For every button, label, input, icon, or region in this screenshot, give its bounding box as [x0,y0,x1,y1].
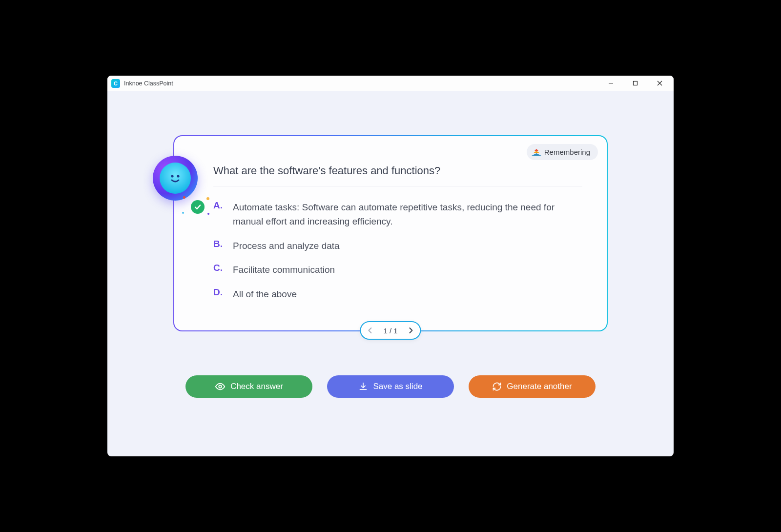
svg-point-6 [219,385,222,388]
option-text: All of the above [233,287,297,301]
bloom-label: Remembering [544,148,590,156]
correct-check-icon [191,200,205,214]
option-letter: A. [213,200,224,211]
bloom-badge[interactable]: Remembering [527,144,598,160]
refresh-icon [492,382,502,391]
pager-count: 1 / 1 [383,327,397,335]
pager-next-button[interactable] [409,327,413,334]
close-button[interactable] [649,76,670,91]
options-list: A. Automate tasks: Software can automate… [213,200,582,301]
svg-point-5 [177,175,179,177]
generate-another-button[interactable]: Generate another [469,375,596,398]
eye-icon [215,381,226,392]
titlebar: C Inknoe ClassPoint [107,76,674,91]
option-text: Facilitate communication [233,263,335,277]
button-label: Check answer [230,382,283,391]
button-label: Save as slide [373,382,422,391]
option-letter: B. [213,239,224,249]
app-window: C Inknoe ClassPoint [107,76,674,456]
confetti-icon [182,212,184,214]
option-text: Process and analyze data [233,239,340,253]
option-text: Automate tasks: Software can automate re… [233,200,582,229]
download-icon [358,382,368,391]
option-letter: D. [213,287,224,298]
minimize-button[interactable] [600,76,621,91]
confetti-icon [206,197,209,200]
maximize-button[interactable] [625,76,645,91]
question-text: What are the software's features and fun… [213,164,582,186]
confetti-icon [207,213,209,215]
smiley-icon [166,169,185,187]
pager: 1 / 1 [360,321,421,340]
app-icon: C [111,79,120,88]
svg-rect-1 [633,82,637,85]
option-d: D. All of the above [213,287,582,301]
svg-point-4 [171,175,173,177]
content-area: Remembering What are the software's feat… [107,91,674,456]
question-card: Remembering What are the software's feat… [173,135,608,331]
window-title: Inknoe ClassPoint [124,80,173,87]
action-bar: Check answer Save as slide Generate anot… [185,375,596,398]
check-answer-button[interactable]: Check answer [185,375,312,398]
option-b: B. Process and analyze data [213,239,582,253]
option-a: A. Automate tasks: Software can automate… [213,200,582,229]
confetti-icon [183,196,185,199]
option-letter: C. [213,263,224,273]
pyramid-icon [533,149,540,156]
pager-prev-button[interactable] [368,327,372,334]
save-as-slide-button[interactable]: Save as slide [327,375,454,398]
option-c: C. Facilitate communication [213,263,582,277]
button-label: Generate another [507,382,572,391]
avatar [153,156,198,201]
